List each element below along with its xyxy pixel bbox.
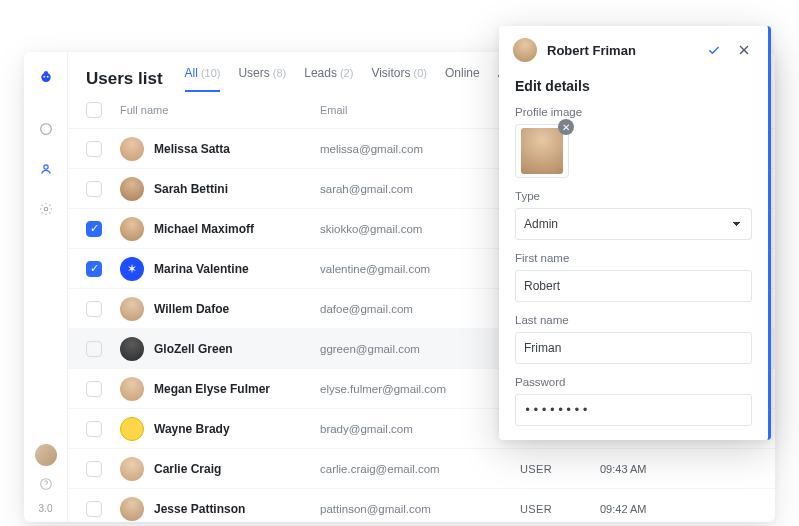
label-first-name: First name — [515, 252, 752, 264]
panel-header: Robert Friman — [499, 26, 768, 74]
svg-point-5 — [43, 165, 47, 169]
tab-leads[interactable]: Leads(2) — [304, 66, 353, 92]
user-email: elyse.fulmer@gmail.com — [320, 383, 520, 395]
row-checkbox[interactable] — [86, 301, 102, 317]
row-checkbox[interactable] — [86, 421, 102, 437]
label-last-name: Last name — [515, 314, 752, 326]
user-name: Melissa Satta — [154, 142, 230, 156]
user-type: USER — [520, 503, 600, 515]
close-button[interactable] — [734, 40, 754, 60]
confirm-button[interactable] — [704, 40, 724, 60]
remove-image-icon[interactable]: ✕ — [558, 119, 574, 135]
user-name: Sarah Bettini — [154, 182, 228, 196]
page-title: Users list — [86, 69, 163, 89]
edit-panel: Robert Friman Edit details Profile image… — [499, 26, 771, 440]
user-email: melissa@gmail.com — [320, 143, 520, 155]
user-email: carlie.craig@email.com — [320, 463, 520, 475]
row-checkbox[interactable] — [86, 501, 102, 517]
tab-visitors[interactable]: Visitors(0) — [371, 66, 427, 92]
tab-all[interactable]: All(10) — [185, 66, 221, 92]
user-avatar — [120, 417, 144, 441]
row-checkbox[interactable] — [86, 181, 102, 197]
user-avatar — [120, 297, 144, 321]
user-time: 09:43 AM — [600, 463, 757, 475]
label-type: Type — [515, 190, 752, 202]
user-name: Jesse Pattinson — [154, 502, 245, 516]
user-email: brady@gmail.com — [320, 423, 520, 435]
help-icon[interactable] — [38, 476, 54, 495]
svg-point-3 — [46, 76, 48, 78]
label-password: Password — [515, 376, 752, 388]
svg-point-2 — [43, 76, 45, 78]
user-type: USER — [520, 463, 600, 475]
col-email: Email — [320, 104, 520, 116]
user-name: Michael Maximoff — [154, 222, 254, 236]
svg-point-6 — [44, 207, 47, 210]
svg-rect-1 — [44, 71, 48, 74]
nav-settings-icon[interactable] — [34, 197, 58, 221]
panel-heading: Edit details — [515, 78, 752, 94]
user-avatar — [120, 497, 144, 521]
row-checkbox[interactable] — [86, 461, 102, 477]
user-avatar — [120, 137, 144, 161]
user-name: Megan Elyse Fulmer — [154, 382, 270, 396]
password-field[interactable] — [515, 394, 752, 426]
user-time: 09:42 AM — [600, 503, 757, 515]
user-email: skiokko@gmail.com — [320, 223, 520, 235]
select-all-checkbox[interactable] — [86, 102, 102, 118]
row-checkbox[interactable]: ✓ — [86, 261, 102, 277]
profile-image-box[interactable]: ✕ — [515, 124, 569, 178]
row-checkbox[interactable] — [86, 381, 102, 397]
user-name: Carlie Craig — [154, 462, 221, 476]
user-name: Marina Valentine — [154, 262, 249, 276]
col-fullname: Full name — [120, 104, 320, 116]
user-name: Wayne Brady — [154, 422, 230, 436]
user-avatar — [120, 217, 144, 241]
user-name: GloZell Green — [154, 342, 233, 356]
row-checkbox[interactable] — [86, 141, 102, 157]
table-row[interactable]: Carlie Craigcarlie.craig@email.comUSER09… — [68, 449, 775, 489]
user-email: sarah@gmail.com — [320, 183, 520, 195]
user-email: valentine@gmail.com — [320, 263, 520, 275]
table-row[interactable]: Jesse Pattinsonpattinson@gmail.comUSER09… — [68, 489, 775, 522]
current-user-avatar[interactable] — [35, 444, 57, 466]
app-logo-icon — [38, 66, 54, 89]
tab-online[interactable]: Online — [445, 66, 480, 92]
sidebar: 3.0 — [24, 52, 68, 522]
row-checkbox[interactable]: ✓ — [86, 221, 102, 237]
user-avatar — [120, 177, 144, 201]
profile-image — [521, 128, 563, 174]
user-avatar — [120, 457, 144, 481]
tab-users[interactable]: Users(8) — [238, 66, 286, 92]
nav-messages-icon[interactable] — [34, 117, 58, 141]
panel-avatar — [513, 38, 537, 62]
svg-point-0 — [41, 73, 50, 82]
first-name-field[interactable] — [515, 270, 752, 302]
panel-user-name: Robert Friman — [547, 43, 694, 58]
user-name: Willem Dafoe — [154, 302, 229, 316]
row-checkbox[interactable] — [86, 341, 102, 357]
user-email: dafoe@gmail.com — [320, 303, 520, 315]
user-avatar: ✶ — [120, 257, 144, 281]
nav-users-icon[interactable] — [34, 157, 58, 181]
last-name-field[interactable] — [515, 332, 752, 364]
user-avatar — [120, 377, 144, 401]
label-profile-image: Profile image — [515, 106, 752, 118]
user-email: ggreen@gmail.com — [320, 343, 520, 355]
version-label: 3.0 — [39, 503, 53, 514]
user-email: pattinson@gmail.com — [320, 503, 520, 515]
user-avatar — [120, 337, 144, 361]
type-select[interactable]: Admin — [515, 208, 752, 240]
